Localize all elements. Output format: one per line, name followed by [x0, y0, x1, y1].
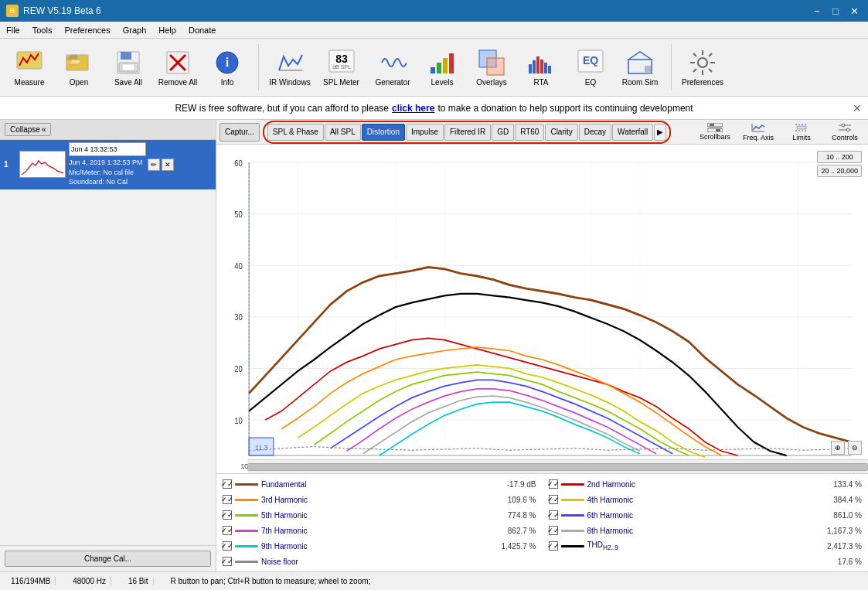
- menu-donate[interactable]: Donate: [182, 22, 222, 39]
- chart-container[interactable]: 60 50 40 30 20 10 10.00 20 40 60 80 100 …: [216, 145, 868, 473]
- freq-axis-button[interactable]: Freq. Axis: [738, 121, 778, 143]
- save-all-button[interactable]: Save All: [105, 43, 151, 93]
- zoom-fit-icon[interactable]: ⊕: [831, 441, 845, 455]
- legend-cb-8th[interactable]: ✓: [549, 526, 558, 535]
- legend-line-3rd: [235, 499, 258, 501]
- legend-cb-6th[interactable]: ✓: [549, 510, 558, 520]
- info-icon: i: [213, 49, 241, 77]
- close-donation-button[interactable]: ✕: [853, 102, 862, 114]
- tab-waterfall[interactable]: Waterfall: [612, 124, 653, 141]
- legend-cb-noise[interactable]: ✓: [223, 557, 232, 566]
- legend-cb-4th[interactable]: ✓: [549, 495, 558, 504]
- measurement-item-1[interactable]: 1 Jun 4, 2019 1:32:53 PM Mic/Meter: No c…: [0, 140, 216, 189]
- tab-gd[interactable]: GD: [492, 124, 514, 141]
- legend-cb-3rd[interactable]: ✓: [223, 495, 232, 504]
- limits-icon: [794, 122, 809, 133]
- legend-name-8th[interactable]: 8th Harmonic: [587, 527, 649, 535]
- rta-button[interactable]: RTA: [518, 43, 564, 93]
- tab-filtered-ir[interactable]: Filtered IR: [444, 124, 491, 141]
- legend-cb-fundamental[interactable]: ✓: [223, 479, 232, 489]
- right-toolbar: Scrollbars Freq. Axis: [695, 121, 868, 143]
- donation-bar: REW is free software, but if you can aff…: [0, 97, 868, 120]
- tab-rt60[interactable]: RT60: [515, 124, 544, 141]
- range-20-20000[interactable]: 20 .. 20,000: [817, 165, 862, 177]
- tab-all-spl[interactable]: All SPL: [325, 124, 361, 141]
- collapse-button[interactable]: Collapse «: [5, 123, 51, 136]
- svg-rect-49: [797, 126, 806, 129]
- menu-graph[interactable]: Graph: [117, 22, 153, 39]
- legend-cb-thd[interactable]: ✓: [549, 541, 558, 551]
- range-buttons: 10 .. 200 20 .. 20,000: [817, 151, 862, 177]
- meas-delete-button-1[interactable]: ✕: [162, 159, 174, 171]
- spl-meter-icon: 83 dB SPL: [328, 49, 356, 77]
- legend-row-3rd: ✓ 3rd Harmonic 109.6 %: [223, 493, 536, 506]
- menu-preferences[interactable]: Preferences: [58, 22, 116, 39]
- room-sim-button[interactable]: Room Sim: [617, 43, 663, 93]
- scrollbars-button[interactable]: Scrollbars: [695, 121, 735, 143]
- ir-windows-button[interactable]: IR Windows: [267, 43, 313, 93]
- generator-button[interactable]: Generator: [369, 43, 416, 93]
- legend-name-9th[interactable]: 9th Harmonic: [261, 542, 323, 551]
- svg-rect-42: [710, 124, 714, 126]
- maximize-button[interactable]: □: [828, 3, 843, 19]
- legend-row-9th: ✓ 9th Harmonic 1,425.7 %: [223, 539, 536, 553]
- legend-name-thd[interactable]: THDH2..9: [587, 541, 649, 551]
- legend-cb-2nd[interactable]: ✓: [549, 479, 558, 489]
- zoom-out-icon[interactable]: ⊖: [848, 441, 862, 455]
- spl-meter-button[interactable]: 83 dB SPL SPL Meter: [316, 43, 366, 93]
- legend-name-6th[interactable]: 6th Harmonic: [587, 511, 649, 520]
- capture-button[interactable]: Captur...: [220, 123, 260, 142]
- range-10-200[interactable]: 10 .. 200: [817, 151, 862, 163]
- overlays-button[interactable]: Overlays: [468, 43, 515, 93]
- tab-clarity[interactable]: Clarity: [545, 124, 577, 141]
- donation-link[interactable]: click here: [392, 103, 434, 114]
- preferences-button[interactable]: Preferences: [679, 43, 726, 93]
- controls-button[interactable]: Controls: [825, 121, 865, 143]
- meas-edit-button-1[interactable]: ✏: [148, 159, 160, 171]
- close-button[interactable]: ✕: [846, 3, 862, 19]
- menu-help[interactable]: Help: [152, 22, 182, 39]
- legend-name-7th[interactable]: 7th Harmonic: [261, 527, 323, 535]
- legend-name-noise[interactable]: Noise floor: [261, 558, 323, 566]
- sidebar-scroll[interactable]: 1 Jun 4, 2019 1:32:53 PM Mic/Meter: No c…: [0, 140, 216, 545]
- svg-rect-21: [529, 64, 532, 73]
- levels-button[interactable]: Levels: [419, 43, 465, 93]
- app-title: REW V5.19 Beta 6: [23, 5, 101, 16]
- minimize-button[interactable]: −: [809, 3, 825, 19]
- limits-button[interactable]: Limits: [781, 121, 822, 143]
- legend-cb-7th[interactable]: ✓: [223, 526, 232, 535]
- tab-impulse[interactable]: Impulse: [406, 124, 444, 141]
- menu-file[interactable]: File: [0, 22, 26, 39]
- legend-name-fundamental[interactable]: Fundamental: [261, 480, 323, 489]
- tab-scroll-right[interactable]: ▶: [654, 124, 666, 141]
- rta-label: RTA: [533, 78, 548, 87]
- svg-line-36: [693, 53, 696, 56]
- meas-name-input-1[interactable]: [69, 142, 146, 156]
- legend-row-7th: ✓ 7th Harmonic 862.7 %: [223, 523, 536, 537]
- tab-capture-bar: Captur... SPL & Phase All SPL Distortion…: [216, 120, 868, 145]
- x-scrollbar[interactable]: [247, 459, 868, 473]
- tab-decay[interactable]: Decay: [579, 124, 611, 141]
- legend-cb-9th[interactable]: ✓: [223, 541, 232, 551]
- legend-name-2nd[interactable]: 2nd Harmonic: [587, 480, 649, 489]
- legend-name-3rd[interactable]: 3rd Harmonic: [261, 496, 323, 504]
- info-label: Info: [221, 78, 234, 87]
- legend-name-4th[interactable]: 4th Harmonic: [587, 496, 649, 504]
- save-icon: [114, 49, 142, 77]
- x-scrollbar-thumb[interactable]: [248, 464, 867, 470]
- change-cal-button[interactable]: Change Cal...: [5, 551, 211, 567]
- remove-all-button[interactable]: Remove All: [155, 43, 201, 93]
- menu-tools[interactable]: Tools: [26, 22, 59, 39]
- tab-spl-phase[interactable]: SPL & Phase: [267, 124, 324, 141]
- legend-cb-5th[interactable]: ✓: [223, 510, 232, 520]
- open-button[interactable]: Open: [56, 43, 102, 93]
- meas-number-1: 1: [4, 160, 19, 169]
- x-scrollbar-track[interactable]: [247, 463, 868, 471]
- eq-button[interactable]: EQ EQ: [567, 43, 614, 93]
- info-button[interactable]: i Info: [204, 43, 250, 93]
- tab-distortion[interactable]: Distortion: [362, 124, 405, 141]
- donation-text-2: to make a donation to help support its c…: [437, 103, 693, 114]
- measure-button[interactable]: Measure: [6, 43, 53, 93]
- legend-name-5th[interactable]: 5th Harmonic: [261, 511, 323, 520]
- svg-rect-25: [544, 63, 547, 73]
